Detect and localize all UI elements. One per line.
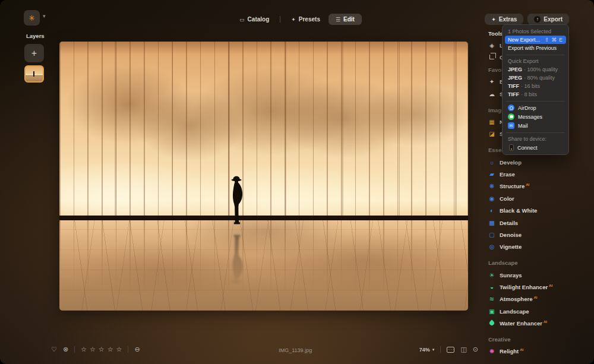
star-rating-1[interactable]: ☆ [81, 346, 87, 353]
photo-canvas[interactable] [59, 42, 468, 311]
sharpen-icon: ◪ [488, 131, 495, 137]
droplet-icon [488, 320, 495, 327]
person-silhouette [226, 175, 248, 226]
eye-icon[interactable]: ⊙ [473, 346, 478, 353]
backlit-wall [59, 42, 468, 216]
tool-item-develop[interactable]: ☼Develop [481, 156, 594, 168]
monitor-icon[interactable] [447, 347, 454, 353]
tool-item-sunrays[interactable]: ☀Sunrays [481, 269, 594, 281]
sparkles-icon: ✦ [291, 17, 296, 23]
add-layer-button[interactable]: + [24, 44, 44, 62]
status-bar: ♡ ⊗ ☆☆☆☆☆ ⊖ IMG_1139.jpg 74% ▾ ◫ ⊙ [0, 346, 594, 356]
tool-item-black-white[interactable]: ◐Black & White [481, 204, 594, 216]
section-header-creative: Creative [481, 333, 594, 345]
menu-share-device-header: Share to device: [505, 135, 566, 143]
wall-base-line [59, 216, 468, 221]
structure-flower-icon: ❋ [488, 183, 495, 189]
section-header-landscape: Landscape [481, 257, 594, 269]
develop-sun-icon: ☼ [488, 159, 495, 166]
airdrop-icon [508, 105, 514, 111]
extras-button[interactable]: ✦ Extras [485, 14, 523, 25]
menu-item-tiff-8-bits[interactable]: TIFF · 8 bits [505, 90, 566, 99]
export-dropdown-menu: 1 Photos Selected New Export... ⇧ ⌘ E Ex… [502, 24, 569, 155]
view-tabs: ▭Catalog✦Presets☰Edit [232, 14, 362, 25]
half-circle-icon: ◐ [488, 207, 495, 214]
tool-item-atmosphere[interactable]: ≋AtmosphereAI [481, 293, 594, 305]
tool-item-structure[interactable]: ❋StructureAI [481, 181, 594, 192]
compare-icon[interactable]: ◫ [460, 346, 466, 353]
menu-separator [506, 132, 565, 133]
menu-item-messages[interactable]: Messages [505, 112, 566, 121]
tab-presets[interactable]: ✦Presets [284, 14, 327, 25]
layers-panel-title: Layers [26, 33, 45, 39]
tool-item-twilight-enhancer[interactable]: ◒Twilight EnhancerAI [481, 281, 594, 293]
noise-icon: ▦ [488, 119, 495, 125]
ai-badge: AI [526, 183, 529, 186]
phone-icon [509, 144, 514, 151]
menu-item-airdrop[interactable]: AirDrop [505, 103, 566, 112]
sparkles-icon: ✦ [491, 17, 496, 23]
reject-icon[interactable]: ⊗ [63, 346, 68, 353]
layer-thumbnail[interactable] [24, 65, 44, 83]
color-wheel-icon: ◉ [488, 195, 495, 202]
app-window: ✳ ▾ ▭Catalog✦Presets☰Edit ✦ Extras ↑ Exp… [0, 0, 594, 364]
star-rating-4[interactable]: ☆ [108, 346, 113, 353]
ai-badge: AI [544, 320, 547, 324]
menu-item-connect[interactable]: Connect [505, 143, 566, 152]
chevron-down-icon: ▾ [432, 347, 435, 352]
star-rating: ☆☆☆☆☆ [81, 346, 122, 353]
layers-icon: ◈ [488, 42, 495, 49]
menu-quick-export-header: Quick Export [505, 57, 566, 65]
menu-selection-count: 1 Photos Selected [505, 27, 566, 36]
tab-catalog[interactable]: ▭Catalog [232, 14, 276, 25]
export-button[interactable]: ↑ Export [527, 14, 569, 25]
menu-separator [506, 55, 565, 55]
chevron-down-icon[interactable]: ▾ [43, 13, 46, 19]
heart-icon[interactable]: ♡ [51, 346, 57, 353]
sparkles-icon: ✦ [488, 78, 495, 85]
person-reflection [226, 225, 248, 295]
sliders-icon: ☰ [336, 17, 340, 23]
image-icon: ▣ [488, 308, 495, 315]
cloud-icon: ☁ [488, 91, 495, 97]
tool-item-vignette[interactable]: ◎Vignette [481, 241, 594, 253]
zoom-level-dropdown[interactable]: 74% ▾ [419, 347, 435, 353]
tab-edit[interactable]: ☰Edit [328, 14, 362, 25]
app-logo-button[interactable]: ✳ [24, 10, 40, 26]
reflective-floor [59, 220, 468, 311]
menu-separator [506, 101, 565, 102]
star-rating-2[interactable]: ☆ [90, 346, 96, 353]
folder-icon: ▭ [239, 17, 245, 23]
details-grid-icon: ▩ [488, 220, 495, 226]
waves-icon: ≋ [488, 296, 495, 302]
tool-item-landscape[interactable]: ▣Landscape [481, 305, 594, 317]
menu-item-jpeg-100-quality[interactable]: JPEG · 100% quality [505, 65, 566, 74]
menu-item-mail[interactable]: ✉Mail [505, 121, 566, 130]
menu-item-tiff-16-bits[interactable]: TIFF · 16 bits [505, 82, 566, 90]
divider [74, 346, 75, 353]
crop-icon [488, 54, 495, 61]
minus-circle-icon[interactable]: ⊖ [134, 346, 140, 353]
tool-item-denoise[interactable]: ▢Denoise [481, 229, 594, 240]
keyboard-shortcut: ⇧ ⌘ E [545, 37, 563, 43]
tool-item-color[interactable]: ◉Color [481, 192, 594, 204]
star-rating-5[interactable]: ☆ [116, 346, 122, 353]
menu-item-jpeg-80-quality[interactable]: JPEG · 80% quality [505, 74, 566, 82]
vignette-icon: ◎ [488, 243, 495, 250]
menu-item-new-export[interactable]: New Export... ⇧ ⌘ E [505, 36, 566, 44]
divider [440, 346, 441, 353]
ai-badge: AI [549, 284, 552, 287]
messages-icon [508, 113, 514, 120]
twilight-sun-icon: ◒ [488, 284, 495, 290]
tool-item-erase[interactable]: ▰Erase [481, 168, 594, 180]
menu-item-export-with-previous[interactable]: Export with Previous [505, 44, 566, 52]
star-rating-3[interactable]: ☆ [99, 346, 105, 353]
denoise-square-icon: ▢ [488, 232, 495, 238]
tool-item-details[interactable]: ▩Details [481, 217, 594, 229]
ai-badge: AI [533, 296, 537, 299]
mail-icon: ✉ [508, 122, 514, 129]
sun-logo-icon: ✳ [29, 14, 35, 23]
sun-icon: ☀ [488, 272, 495, 278]
tool-item-water-enhancer[interactable]: Water EnhancerAI [481, 317, 594, 329]
filename-label: IMG_1139.jpg [279, 347, 312, 353]
